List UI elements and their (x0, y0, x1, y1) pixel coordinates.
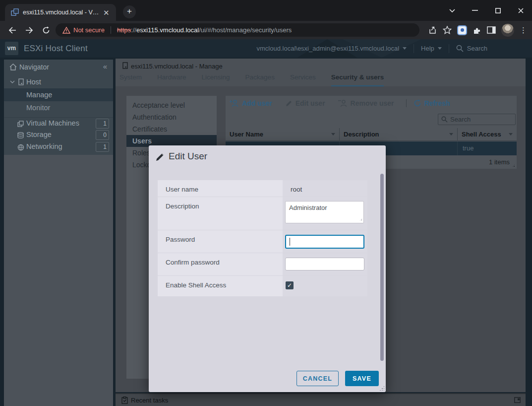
navigator-title: Navigator (19, 63, 49, 71)
tab-title: esxi115.vmcloud.local - VMware (23, 9, 101, 16)
submenu-authentication[interactable]: Authentication (126, 111, 217, 123)
storage-icon (17, 132, 24, 138)
recent-tasks-bar[interactable]: Recent tasks (116, 393, 526, 406)
tab-favicon-icon (11, 8, 19, 16)
toolbar-divider (406, 99, 407, 107)
expand-tasks-icon[interactable] (514, 397, 521, 403)
column-caret-icon[interactable] (331, 133, 335, 135)
sidebar-item-monitor[interactable]: Monitor (4, 101, 113, 114)
refresh-button[interactable]: Refresh (414, 99, 450, 107)
dialog-resize-grip[interactable] (379, 386, 384, 391)
confirm-password-input[interactable] (285, 258, 364, 271)
window-maximize-button[interactable] (486, 0, 509, 21)
main-header: esxi115.vmcloud.local - Manage System Ha… (116, 59, 526, 86)
user-menu-caret-icon (403, 47, 407, 50)
app-title: ESXi Host Client (24, 44, 88, 54)
help-menu[interactable]: Help (421, 45, 434, 52)
tab-security-users[interactable]: Security & users (331, 73, 384, 87)
navigator-sidebar: Navigator « Host Manage Monitor (4, 60, 113, 406)
vm-count-badge: 1 (96, 119, 109, 129)
chevron-down-icon[interactable] (10, 80, 15, 83)
users-table-header: User Name Description Shell Access (226, 128, 517, 141)
header-search-label[interactable]: Search (467, 45, 487, 52)
profile-avatar[interactable] (501, 24, 514, 37)
column-caret-icon[interactable] (509, 133, 513, 135)
tab-system[interactable]: System (119, 73, 142, 87)
app-header: vm ESXi Host Client vmcloud.local\esxi_a… (0, 39, 532, 58)
networking-icon (17, 144, 24, 151)
networking-count-badge: 1 (96, 142, 109, 152)
column-header-user-name[interactable]: User Name (226, 128, 340, 141)
form-row-user-name: User name root (158, 180, 367, 197)
tab-packages[interactable]: Packages (245, 73, 275, 87)
sidebar-item-host[interactable]: Host (4, 75, 113, 88)
collapse-sidebar-icon[interactable]: « (103, 62, 107, 70)
window-minimize-button[interactable] (464, 0, 486, 21)
bookmark-star-icon[interactable] (443, 26, 452, 34)
users-search-input[interactable] (450, 116, 510, 123)
sidebar-item-label: Host (26, 78, 41, 86)
form-row-description: Description Administrator (158, 197, 367, 230)
items-count: 1 items (489, 158, 510, 166)
add-user-label: Add user (242, 99, 272, 107)
window-controls (441, 0, 532, 21)
column-label: Description (344, 131, 379, 138)
cancel-button[interactable]: CANCEL (296, 371, 339, 386)
header-search-icon[interactable] (456, 45, 464, 52)
description-textarea[interactable]: Administrator (285, 201, 364, 223)
reload-button[interactable] (40, 24, 53, 37)
back-button[interactable] (6, 24, 19, 37)
search-icon (441, 116, 448, 123)
tab-hardware[interactable]: Hardware (157, 73, 186, 87)
manage-tabs: System Hardware Licensing Packages Servi… (119, 73, 384, 87)
remove-user-icon (338, 99, 348, 107)
screen-capture-extension-icon[interactable] (457, 25, 467, 35)
svg-text:+: + (230, 99, 233, 104)
refresh-label: Refresh (424, 99, 450, 107)
dialog-scrollbar-thumb[interactable] (380, 174, 384, 361)
browser-menu-icon[interactable]: ⋮ (520, 26, 527, 35)
user-name-label: User name (158, 180, 283, 197)
user-menu[interactable]: vmcloud.local\esxi_admin@esxi115.vmcloud… (257, 45, 400, 52)
recent-tasks-title: Recent tasks (131, 397, 168, 404)
remove-user-button[interactable]: Remove user (338, 99, 394, 107)
description-label: Description (158, 197, 283, 230)
edit-user-button[interactable]: Edit user (285, 99, 325, 107)
shell-access-checkbox[interactable]: ✓ (286, 281, 294, 289)
forward-button[interactable] (23, 24, 36, 37)
tab-search-chevron-icon[interactable] (441, 0, 464, 21)
sidebar-item-storage[interactable]: Storage 0 (4, 129, 113, 141)
home-icon (9, 64, 17, 70)
form-row-shell-access: Enable Shell Access ✓ (158, 276, 367, 296)
save-button[interactable]: SAVE (345, 371, 379, 386)
url-divider (111, 26, 111, 34)
window-close-button[interactable] (509, 0, 532, 21)
sidebar-item-label: Monitor (26, 104, 50, 112)
dialog-title: Edit User (169, 151, 207, 162)
sidebar-item-virtual-machines[interactable]: Virtual Machines 1 (4, 117, 113, 129)
password-input[interactable] (285, 235, 364, 249)
column-header-shell-access[interactable]: Shell Access (458, 128, 517, 141)
sidebar-item-manage[interactable]: Manage (4, 88, 113, 101)
column-caret-icon[interactable] (449, 133, 453, 135)
tab-close-icon[interactable]: ✕ (103, 9, 110, 16)
tab-services[interactable]: Services (290, 73, 316, 87)
extensions-puzzle-icon[interactable] (473, 26, 481, 35)
add-user-button[interactable]: + Add user (230, 99, 272, 107)
table-resize-grip[interactable] (511, 163, 516, 168)
submenu-certificates[interactable]: Certificates (126, 123, 217, 135)
address-bar[interactable]: Not secure https://esxi115.vmcloud.local… (56, 23, 419, 37)
sidebar-item-networking[interactable]: Networking 1 (4, 141, 113, 153)
virtual-machines-icon (17, 121, 24, 127)
tab-licensing[interactable]: Licensing (202, 73, 230, 87)
new-tab-button[interactable]: + (123, 5, 136, 18)
share-icon[interactable] (428, 26, 437, 34)
users-search-box[interactable] (438, 114, 516, 125)
screenshot-root: esxi115.vmcloud.local - VMware ✕ + (0, 0, 532, 406)
browser-tab[interactable]: esxi115.vmcloud.local - VMware ✕ (5, 4, 116, 21)
side-panel-icon[interactable] (487, 26, 496, 34)
submenu-acceptance-level[interactable]: Acceptance level (126, 99, 217, 111)
column-header-description[interactable]: Description (340, 128, 458, 141)
page-title: esxi115.vmcloud.local - Manage (131, 63, 223, 70)
column-label: User Name (230, 131, 263, 138)
